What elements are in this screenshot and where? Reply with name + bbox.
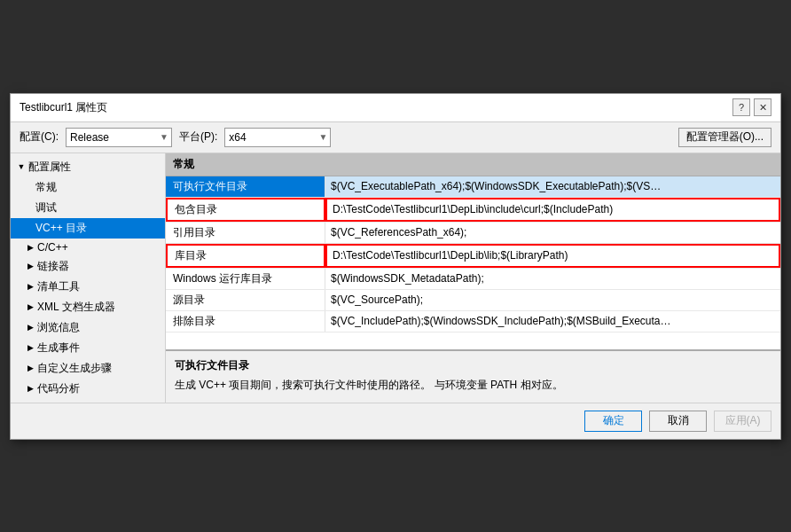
- properties-table: 可执行文件目录 $(VC_ExecutablePath_x64);$(Windo…: [166, 176, 780, 349]
- custom-build-arrow-icon: ▶: [25, 363, 35, 373]
- tree-group-manifest-label: 清单工具: [37, 279, 80, 294]
- tree-root[interactable]: ▼ 配置属性: [11, 157, 165, 177]
- tree-group-events[interactable]: ▶ 生成事件: [11, 338, 165, 358]
- tree-group-cpp[interactable]: ▶ C/C++: [11, 239, 165, 256]
- tree-item-vc-dirs[interactable]: VC++ 目录: [11, 218, 165, 239]
- tree-item-general-label: 常规: [35, 181, 57, 193]
- prop-value-lib-dir: D:\TestCode\Testlibcurl1\DepLib\lib;$(Li…: [325, 244, 780, 268]
- tree-group-code-analysis[interactable]: ▶ 代码分析: [11, 379, 165, 399]
- close-button[interactable]: ✕: [754, 98, 771, 116]
- table-row[interactable]: 引用目录 $(VC_ReferencesPath_x64);: [166, 223, 780, 244]
- prop-name-exclude-dir: 排除目录: [166, 311, 325, 332]
- title-bar-controls: ? ✕: [732, 98, 771, 116]
- tree-group-cpp-label: C/C++: [37, 241, 68, 254]
- config-label: 配置(C):: [20, 129, 59, 145]
- dialog-title: Testlibcurl1 属性页: [20, 100, 107, 115]
- tree-group-custom-build-label: 自定义生成步骤: [37, 361, 112, 376]
- platform-label: 平台(P):: [179, 129, 217, 145]
- prop-value-ref-dir: $(VC_ReferencesPath_x64);: [325, 223, 780, 243]
- description-area: 可执行文件目录 生成 VC++ 项目期间，搜索可执行文件时使用的路径。 与环境变…: [166, 349, 780, 403]
- ok-button[interactable]: 确定: [584, 411, 642, 432]
- prop-name-executable-dir: 可执行文件目录: [166, 176, 325, 197]
- tree-group-xml-label: XML 文档生成器: [37, 300, 115, 315]
- prop-value-executable-dir: $(VC_ExecutablePath_x64);$(WindowsSDK_Ex…: [325, 176, 780, 197]
- config-select[interactable]: Release Debug: [66, 128, 172, 147]
- footer: 确定 取消 应用(A): [11, 403, 780, 439]
- cancel-button[interactable]: 取消: [649, 411, 707, 432]
- toolbar: 配置(C): Release Debug ▼ 平台(P): x64 x86 ▼ …: [11, 122, 780, 153]
- title-bar: Testlibcurl1 属性页 ? ✕: [11, 94, 780, 122]
- table-row[interactable]: 排除目录 $(VC_IncludePath);$(WindowsSDK_Incl…: [166, 311, 780, 332]
- prop-value-exclude-dir: $(VC_IncludePath);$(WindowsSDK_IncludePa…: [325, 311, 780, 332]
- tree-group-custom-build[interactable]: ▶ 自定义生成步骤: [11, 358, 165, 379]
- table-row[interactable]: 包含目录 D:\TestCode\Testlibcurl1\DepLib\inc…: [166, 198, 780, 223]
- description-text: 生成 VC++ 项目期间，搜索可执行文件时使用的路径。 与环境变量 PATH 相…: [175, 377, 771, 393]
- prop-value-include-dir: D:\TestCode\Testlibcurl1\DepLib\include\…: [325, 198, 780, 222]
- prop-name-src-dir: 源目录: [166, 290, 325, 310]
- tree-group-code-analysis-label: 代码分析: [37, 381, 80, 396]
- prop-name-lib-dir: 库目录: [166, 244, 325, 268]
- main-content: ▼ 配置属性 常规 调试 VC++ 目录 ▶ C/C++ ▶ 链接器 ▶: [11, 153, 780, 403]
- description-title: 可执行文件目录: [175, 358, 771, 373]
- tree-item-debug[interactable]: 调试: [11, 198, 165, 218]
- help-button[interactable]: ?: [732, 98, 750, 116]
- xml-arrow-icon: ▶: [25, 301, 35, 312]
- tree-group-linker[interactable]: ▶ 链接器: [11, 256, 165, 277]
- tree-group-linker-label: 链接器: [37, 259, 69, 274]
- platform-select[interactable]: x64 x86: [224, 128, 331, 147]
- root-arrow-icon: ▼: [16, 161, 27, 172]
- manage-configs-button[interactable]: 配置管理器(O)...: [678, 128, 771, 147]
- linker-arrow-icon: ▶: [25, 261, 35, 271]
- table-row[interactable]: 库目录 D:\TestCode\Testlibcurl1\DepLib\lib;…: [166, 244, 780, 269]
- cpp-arrow-icon: ▶: [25, 242, 35, 253]
- tree-group-xml[interactable]: ▶ XML 文档生成器: [11, 297, 165, 317]
- tree-item-vc-dirs-label: VC++ 目录: [35, 222, 87, 234]
- config-select-wrapper[interactable]: Release Debug ▼: [66, 128, 172, 147]
- apply-button[interactable]: 应用(A): [714, 411, 771, 432]
- prop-value-src-dir: $(VC_SourcePath);: [325, 290, 780, 310]
- events-arrow-icon: ▶: [25, 342, 35, 353]
- tree-item-debug-label: 调试: [35, 201, 57, 214]
- code-analysis-arrow-icon: ▶: [25, 383, 35, 394]
- left-panel: ▼ 配置属性 常规 调试 VC++ 目录 ▶ C/C++ ▶ 链接器 ▶: [11, 153, 166, 403]
- tree-group-browse[interactable]: ▶ 浏览信息: [11, 317, 165, 338]
- tree-group-browse-label: 浏览信息: [37, 320, 80, 335]
- platform-select-wrapper[interactable]: x64 x86 ▼: [224, 128, 331, 147]
- tree-group-manifest[interactable]: ▶ 清单工具: [11, 277, 165, 297]
- prop-name-winrt-dir: Windows 运行库目录: [166, 269, 325, 289]
- manifest-arrow-icon: ▶: [25, 281, 35, 292]
- tree-group-events-label: 生成事件: [37, 340, 80, 356]
- right-panel: 常规 可执行文件目录 $(VC_ExecutablePath_x64);$(Wi…: [166, 153, 780, 403]
- table-row[interactable]: 源目录 $(VC_SourcePath);: [166, 290, 780, 311]
- prop-name-ref-dir: 引用目录: [166, 223, 325, 243]
- table-row[interactable]: Windows 运行库目录 $(WindowsSDK_MetadataPath)…: [166, 269, 780, 290]
- browse-arrow-icon: ▶: [25, 322, 35, 332]
- properties-dialog: Testlibcurl1 属性页 ? ✕ 配置(C): Release Debu…: [10, 93, 781, 440]
- section-title: 常规: [166, 153, 780, 176]
- prop-name-include-dir: 包含目录: [166, 198, 325, 222]
- prop-value-winrt-dir: $(WindowsSDK_MetadataPath);: [325, 269, 780, 289]
- table-row[interactable]: 可执行文件目录 $(VC_ExecutablePath_x64);$(Windo…: [166, 176, 780, 198]
- tree-item-general[interactable]: 常规: [11, 177, 165, 198]
- tree-root-label: 配置属性: [28, 160, 71, 175]
